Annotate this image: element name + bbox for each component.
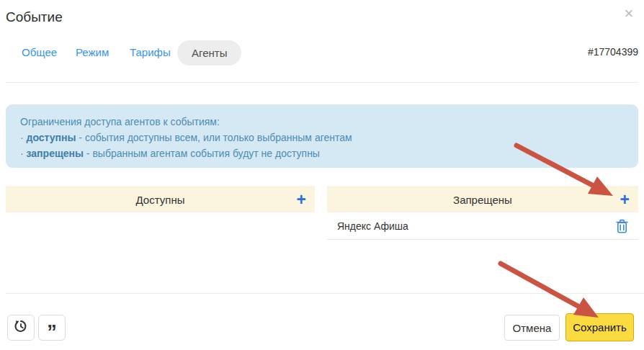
info-bullet: ·	[20, 148, 27, 159]
info-text: - выбранным агентам события будут не дос…	[84, 148, 320, 159]
forbidden-column-header: Запрещены +	[327, 186, 638, 212]
footer-divider	[6, 293, 644, 294]
info-text: Ограничения доступа агентов к событиям:	[20, 116, 220, 127]
tab-agents-active[interactable]: Агенты	[177, 40, 241, 66]
allowed-agents-column: Доступны +	[6, 186, 315, 212]
tab-general[interactable]: Общее	[22, 46, 57, 58]
forbidden-agents-column: Запрещены + Яндекс Афиша	[327, 186, 638, 240]
forbidden-column-title: Запрещены	[327, 193, 638, 205]
info-line: · запрещены - выбранным агентам события …	[20, 145, 624, 161]
quote-icon: ”	[47, 328, 57, 336]
history-button[interactable]	[7, 315, 35, 341]
event-dialog: Событие × #17704399 Общее Режим Тарифы А…	[0, 0, 644, 350]
tab-tariffs[interactable]: Тарифы	[130, 46, 171, 58]
table-row: Яндекс Афиша	[327, 212, 638, 240]
info-text: - события доступны всем, или только выбр…	[76, 132, 352, 143]
header-divider	[6, 82, 638, 83]
info-line: Ограничения доступа агентов к событиям:	[20, 114, 624, 130]
close-icon[interactable]: ×	[621, 6, 637, 22]
history-icon	[14, 319, 28, 336]
page-title: Событие	[6, 9, 63, 25]
info-bullet: ·	[20, 132, 27, 143]
cancel-button[interactable]: Отмена	[504, 315, 560, 341]
tab-bar: Общее Режим Тарифы Агенты	[0, 40, 644, 66]
add-forbidden-agent-button[interactable]: +	[620, 191, 630, 207]
save-button[interactable]: Сохранить	[565, 313, 634, 341]
agent-name: Яндекс Афиша	[337, 220, 408, 232]
info-term: запрещены	[27, 148, 84, 159]
arrow-to-save-button-icon	[501, 264, 599, 318]
add-allowed-agent-button[interactable]: +	[297, 191, 306, 207]
trash-icon[interactable]	[615, 218, 629, 233]
tab-mode[interactable]: Режим	[76, 46, 109, 58]
info-box: Ограничения доступа агентов к событиям: …	[6, 104, 638, 168]
allowed-column-title: Доступны	[6, 193, 315, 205]
info-term: доступны	[27, 132, 76, 143]
quote-button[interactable]: ”	[38, 315, 66, 341]
allowed-column-header: Доступны +	[6, 186, 315, 212]
info-line: · доступны - события доступны всем, или …	[20, 130, 624, 145]
